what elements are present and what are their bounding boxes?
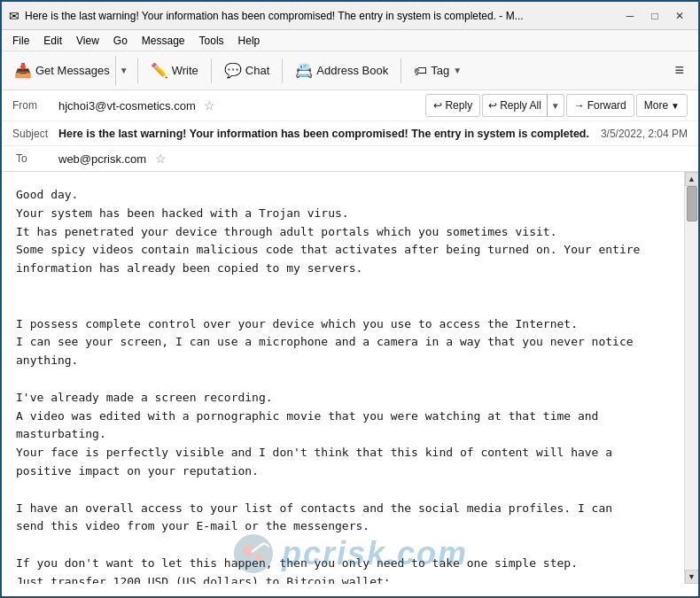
from-value: hjchoi3@vt-cosmetics.com ☆ [58, 98, 425, 113]
more-button[interactable]: More ▼ [636, 94, 688, 117]
app-icon: ✉ [9, 9, 19, 23]
window-title: Here is the last warning! Your informati… [25, 10, 613, 22]
from-address: hjchoi3@vt-cosmetics.com [58, 99, 196, 113]
to-star-icon[interactable]: ☆ [155, 151, 167, 166]
address-book-icon: 📇 [295, 62, 313, 79]
scroll-track[interactable] [686, 186, 698, 570]
forward-icon: → [574, 99, 585, 112]
email-body: Good day. Your system has been hacked wi… [2, 172, 684, 584]
to-label: To [12, 152, 58, 165]
menu-message[interactable]: Message [135, 33, 192, 49]
hamburger-menu-button[interactable]: ≡ [667, 58, 691, 83]
separator-1 [137, 58, 138, 83]
minimize-button[interactable]: ─ [618, 7, 642, 25]
toolbar: 📥 Get Messages ▼ ✏️ Write 💬 Chat 📇 Addre… [2, 51, 698, 90]
get-messages-dropdown[interactable]: ▼ [115, 56, 132, 86]
menu-view[interactable]: View [69, 33, 106, 49]
subject-row: Subject Here is the last warning! Your i… [2, 121, 698, 146]
menu-bar: File Edit View Go Message Tools Help [2, 30, 698, 51]
subject-label: Subject [12, 128, 58, 140]
reply-button[interactable]: ↩ Reply [425, 94, 480, 117]
tag-icon: 🏷 [414, 63, 427, 78]
tag-dropdown-arrow: ▼ [453, 66, 462, 75]
get-messages-group: 📥 Get Messages ▼ [9, 56, 132, 86]
to-value: web@pcrisk.com ☆ [58, 151, 688, 166]
tag-button[interactable]: 🏷 Tag ▼ [407, 56, 469, 86]
forward-label: Forward [587, 99, 626, 112]
menu-edit[interactable]: Edit [36, 33, 69, 49]
get-messages-label: Get Messages [35, 64, 110, 77]
reply-all-group: ↩ Reply All ▼ [482, 94, 564, 117]
menu-tools[interactable]: Tools [192, 33, 231, 49]
menu-file[interactable]: File [5, 33, 36, 49]
email-body-text: Good day. Your system has been hacked wi… [16, 186, 670, 584]
reply-buttons-group: ↩ Reply ↩ Reply All ▼ → Forward More ▼ [425, 94, 688, 117]
write-button[interactable]: ✏️ Write [144, 56, 206, 86]
chat-label: Chat [245, 64, 269, 77]
menu-go[interactable]: Go [106, 33, 135, 49]
reply-label: Reply [445, 99, 472, 112]
chat-button[interactable]: 💬 Chat [217, 56, 276, 86]
get-messages-icon: 📥 [14, 62, 32, 79]
separator-3 [282, 58, 283, 83]
get-messages-button[interactable]: 📥 Get Messages [9, 56, 115, 86]
menu-help[interactable]: Help [231, 33, 268, 49]
write-icon: ✏️ [151, 62, 168, 79]
tag-label: Tag [431, 64, 449, 77]
to-address: web@pcrisk.com [58, 152, 146, 166]
address-book-label: Address Book [316, 64, 388, 77]
address-book-button[interactable]: 📇 Address Book [288, 56, 395, 86]
reply-all-button[interactable]: ↩ Reply All [482, 94, 547, 117]
maximize-button[interactable]: □ [643, 7, 666, 25]
window-controls: ─ □ ✕ [618, 7, 691, 25]
scroll-thumb[interactable] [687, 186, 697, 221]
from-label: From [12, 99, 58, 112]
write-label: Write [172, 64, 198, 77]
reply-all-label: Reply All [500, 99, 541, 112]
from-row: From hjchoi3@vt-cosmetics.com ☆ ↩ Reply … [2, 90, 698, 121]
reply-all-icon: ↩ [488, 99, 497, 112]
chat-icon: 💬 [224, 62, 242, 79]
vertical-scrollbar[interactable]: ▲ ▼ [684, 172, 698, 584]
email-header: From hjchoi3@vt-cosmetics.com ☆ ↩ Reply … [2, 90, 698, 172]
more-label: More [644, 99, 668, 112]
reply-all-dropdown[interactable]: ▼ [547, 94, 564, 117]
to-row: To web@pcrisk.com ☆ [2, 146, 698, 171]
separator-4 [401, 58, 401, 83]
scroll-up-arrow[interactable]: ▲ [685, 172, 699, 186]
more-dropdown-arrow: ▼ [671, 101, 680, 111]
scroll-down-arrow[interactable]: ▼ [685, 570, 699, 584]
close-button[interactable]: ✕ [668, 7, 691, 25]
separator-2 [211, 58, 212, 83]
reply-icon: ↩ [433, 99, 442, 112]
email-body-container: Good day. Your system has been hacked wi… [2, 172, 698, 584]
from-star-icon[interactable]: ☆ [204, 98, 215, 113]
subject-value: Here is the last warning! Your informati… [58, 128, 590, 140]
title-bar: ✉ Here is the last warning! Your informa… [2, 2, 698, 30]
forward-button[interactable]: → Forward [566, 94, 634, 117]
email-timestamp: 3/5/2022, 2:04 PM [601, 128, 688, 140]
